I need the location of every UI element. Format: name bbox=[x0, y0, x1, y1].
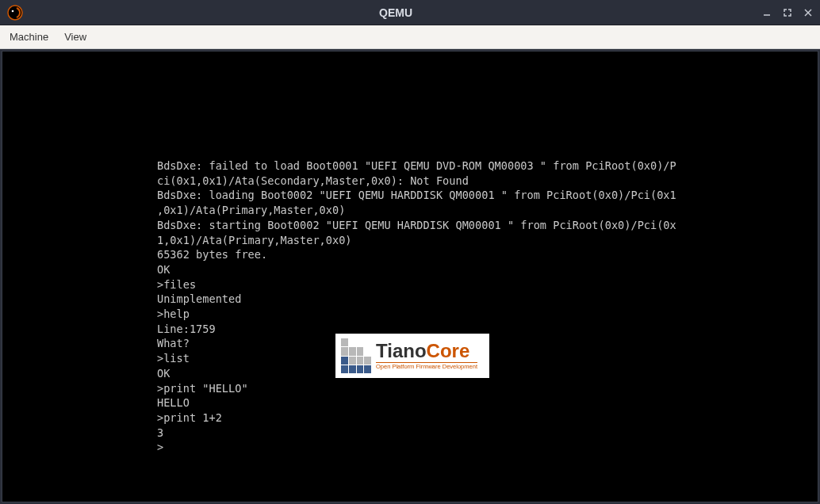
terminal-line: 3 bbox=[157, 426, 163, 439]
terminal-screen[interactable]: BdsDxe: failed to load Boot0001 "UEFI QE… bbox=[2, 51, 818, 502]
terminal-wrapper: BdsDxe: failed to load Boot0001 "UEFI QE… bbox=[0, 49, 820, 504]
tianocore-logo: TianoCore Open Platform Firmware Develop… bbox=[335, 334, 489, 378]
terminal-line: >list bbox=[157, 352, 190, 365]
terminal-line: BdsDxe: starting Boot0002 "UEFI QEMU HAR… bbox=[157, 219, 676, 231]
terminal-line: >print "HELLO" bbox=[157, 382, 248, 395]
terminal-line: >help bbox=[157, 307, 190, 320]
terminal-line: 1,0x1)/Ata(Primary,Master,0x0) bbox=[157, 234, 352, 246]
terminal-line: Line:1759 bbox=[157, 323, 216, 335]
terminal-line: 65362 bytes free. bbox=[157, 248, 267, 261]
terminal-line: > bbox=[157, 441, 163, 453]
qemu-app-icon bbox=[6, 4, 24, 21]
logo-subtitle: Open Platform Firmware Development bbox=[376, 362, 477, 370]
terminal-line: HELLO bbox=[157, 396, 190, 409]
qemu-window: QEMU Machine View BdsDxe: failed to l bbox=[0, 0, 820, 504]
terminal-line: >print 1+2 bbox=[157, 411, 222, 424]
menu-machine[interactable]: Machine bbox=[6, 29, 52, 44]
terminal-line: ,0x1)/Ata(Primary,Master,0x0) bbox=[157, 204, 345, 216]
terminal-line: BdsDxe: failed to load Boot0001 "UEFI QE… bbox=[157, 159, 676, 172]
logo-text: TianoCore Open Platform Firmware Develop… bbox=[376, 342, 477, 370]
terminal-line: What? bbox=[157, 337, 190, 349]
titlebar: QEMU bbox=[0, 0, 820, 25]
terminal-line: OK bbox=[157, 367, 170, 380]
logo-wordmark: TianoCore bbox=[376, 342, 477, 361]
svg-point-1 bbox=[12, 10, 14, 12]
menu-view[interactable]: View bbox=[61, 29, 90, 44]
window-title: QEMU bbox=[30, 6, 761, 19]
close-button[interactable] bbox=[803, 7, 814, 18]
maximize-button[interactable] bbox=[782, 7, 793, 18]
logo-blocks-icon bbox=[341, 338, 371, 373]
terminal-line: Unimplemented bbox=[157, 292, 241, 305]
terminal-output: BdsDxe: failed to load Boot0001 "UEFI QE… bbox=[157, 158, 676, 455]
menubar: Machine View bbox=[0, 25, 820, 49]
minimize-button[interactable] bbox=[761, 7, 772, 18]
terminal-line: OK bbox=[157, 263, 170, 276]
terminal-line: >files bbox=[157, 278, 196, 291]
terminal-line: BdsDxe: loading Boot0002 "UEFI QEMU HARD… bbox=[157, 189, 676, 201]
window-controls bbox=[761, 7, 814, 18]
terminal-line: ci(0x1,0x1)/Ata(Secondary,Master,0x0): N… bbox=[157, 174, 469, 187]
